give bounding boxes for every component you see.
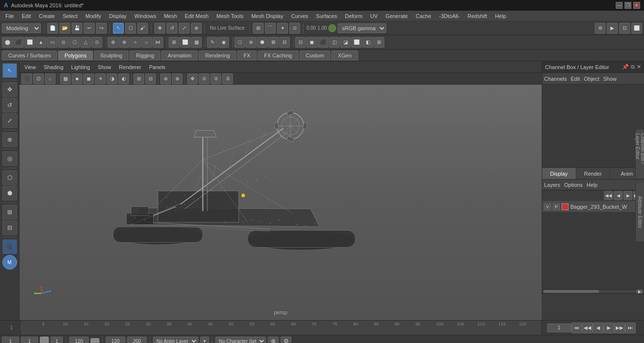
vp-mode2-button[interactable]: ② xyxy=(210,73,221,84)
le-help-menu[interactable]: Help xyxy=(587,182,598,188)
textured-button[interactable]: ⬛ xyxy=(318,37,328,48)
attribute-editor-tab[interactable]: Attribute Editor xyxy=(635,183,644,241)
cb-channels-menu[interactable]: Channels xyxy=(544,76,567,82)
tab-fx[interactable]: FX xyxy=(237,51,257,60)
anim-end-field[interactable] xyxy=(106,337,125,343)
viewport-canvas[interactable]: persp xyxy=(19,85,542,320)
extrude-button[interactable]: ⟥ xyxy=(141,37,152,48)
vp-wire-button[interactable]: ▦ xyxy=(60,73,71,84)
deform5-button[interactable]: ⊟ xyxy=(279,37,290,48)
pipe-button[interactable]: ⊙ xyxy=(92,37,102,48)
tab-curves-surfaces[interactable]: Curves / Surfaces xyxy=(2,51,57,60)
rotate-tool-left[interactable]: ↺ xyxy=(2,98,17,112)
minimize-button[interactable]: — xyxy=(616,2,623,9)
menu-edit[interactable]: Edit xyxy=(19,12,35,20)
scale-tool-button[interactable]: ⤢ xyxy=(179,23,189,34)
layer-visible-toggle[interactable]: V xyxy=(544,203,551,210)
undo-button[interactable]: ↩ xyxy=(84,23,95,34)
menu-redshift[interactable]: Redshift xyxy=(464,12,491,20)
lasso-left[interactable]: ⬡ xyxy=(2,170,17,185)
viewport-lighting-menu[interactable]: Lighting xyxy=(69,63,92,71)
render-settings-button[interactable]: ⚙ xyxy=(595,23,606,34)
close-button[interactable]: ✕ xyxy=(633,2,640,9)
vp-isolate-button[interactable]: ⊛ xyxy=(160,73,171,84)
camera-left[interactable]: 🎥 xyxy=(2,239,17,254)
vp-camera-button[interactable]: 🎥 xyxy=(21,73,32,84)
deform2-button[interactable]: ⊛ xyxy=(246,37,256,48)
tab-animation[interactable]: Animation xyxy=(161,51,198,60)
vp-default-light-button[interactable]: ◑ xyxy=(107,73,117,84)
rotate-tool-button[interactable]: ↺ xyxy=(167,23,177,34)
sculpt-button[interactable]: ◉ xyxy=(218,37,229,48)
vp-all-lights-button[interactable]: ☀ xyxy=(95,73,106,84)
le-layers-menu[interactable]: Layers xyxy=(544,182,560,188)
panel-float-button[interactable]: ⧉ xyxy=(631,64,635,70)
timeline-go-start[interactable]: ⏮ xyxy=(571,323,582,333)
smooth-button[interactable]: ≈ xyxy=(130,37,141,48)
le-tab-display[interactable]: Display xyxy=(542,168,576,179)
universal-tool-button[interactable]: ⊕ xyxy=(191,23,202,34)
menu-create[interactable]: Create xyxy=(36,12,58,20)
paint-tool-button[interactable]: ✎ xyxy=(207,37,218,48)
layer-color-swatch[interactable] xyxy=(562,203,568,210)
tab-sculpting[interactable]: Sculpting xyxy=(94,51,129,60)
le-arrow-2[interactable]: ◀ xyxy=(614,191,623,200)
cb-edit-menu[interactable]: Edit xyxy=(570,76,580,82)
deform1-button[interactable]: ⬡ xyxy=(234,37,245,48)
select-tool-left[interactable]: ↖ xyxy=(2,63,17,78)
tab-rendering[interactable]: Rendering xyxy=(199,51,236,60)
maximize-button[interactable]: ❐ xyxy=(625,2,631,9)
menu-mesh-display[interactable]: Mesh Display xyxy=(248,12,287,20)
gamma-selector[interactable]: sRGB gamma xyxy=(338,23,386,33)
menu-surfaces[interactable]: Surfaces xyxy=(313,12,341,20)
le-arrow-3[interactable]: ▶ xyxy=(624,191,632,200)
menu-deform[interactable]: Deform xyxy=(341,12,366,20)
char-set-settings[interactable]: ⚙ xyxy=(281,337,291,343)
anim-total-field[interactable] xyxy=(127,337,147,343)
menu-cache[interactable]: Cache xyxy=(412,12,435,20)
timeline-go-end[interactable]: ⏭ xyxy=(625,323,636,333)
vp-grid-button[interactable]: ⊞ xyxy=(133,73,144,84)
lasso-select-button[interactable]: ⬡ xyxy=(125,23,136,34)
new-scene-button[interactable]: 📄 xyxy=(47,23,58,34)
deform3-button[interactable]: ⬢ xyxy=(257,37,267,48)
torus-button[interactable]: ◎ xyxy=(58,37,69,48)
vp-shadow-button[interactable]: ◐ xyxy=(118,73,129,84)
menu-windows[interactable]: Windows xyxy=(131,12,160,20)
vp-mode3-button[interactable]: ③ xyxy=(222,73,233,84)
frame-scale-field[interactable] xyxy=(51,337,63,343)
le-arrow-1[interactable]: ◀◀ xyxy=(604,191,613,200)
timeline-play[interactable]: ▶ xyxy=(604,323,614,333)
scrollbar-thumb[interactable] xyxy=(543,290,599,293)
menu-generate[interactable]: Generate xyxy=(382,12,411,20)
snap-grid-button[interactable]: ⊞ xyxy=(253,23,264,34)
ipr-button[interactable]: ⊡ xyxy=(619,23,630,34)
channel-box-side-tab[interactable]: Channel Box / Layer Editor xyxy=(635,129,644,178)
menu-select[interactable]: Select xyxy=(59,12,81,20)
tab-rigging[interactable]: Rigging xyxy=(130,51,160,60)
anim-layer-selector[interactable]: No Anim Layer xyxy=(153,337,198,343)
timeline[interactable]: 1 5 10 15 20 25 30 35 40 45 50 55 60 65 … xyxy=(0,320,644,335)
timeline-next[interactable]: ▶▶ xyxy=(614,323,625,333)
vp-manip-button[interactable]: ✥ xyxy=(187,73,198,84)
anim-start-field[interactable] xyxy=(2,337,19,343)
xray-button[interactable]: ◫ xyxy=(329,37,340,48)
panel-pin-button[interactable]: 📌 xyxy=(622,64,629,70)
frame-end-edit-field[interactable] xyxy=(69,337,89,343)
uv-map-button[interactable]: ▦ xyxy=(191,37,202,48)
display-settings-button[interactable]: ⬜ xyxy=(631,23,642,34)
tab-fx-caching[interactable]: FX Caching xyxy=(258,51,298,60)
viewport-view-menu[interactable]: View xyxy=(22,63,38,71)
vp-hud-button[interactable]: ⊟ xyxy=(145,73,156,84)
viewport-panels-menu[interactable]: Panels xyxy=(147,63,168,71)
maya-logo-left[interactable]: M xyxy=(2,255,17,270)
menu-display[interactable]: Display xyxy=(106,12,130,20)
scale-tool-left[interactable]: ⤢ xyxy=(2,113,17,128)
cube-button[interactable]: ⬛ xyxy=(13,37,24,48)
menu-file[interactable]: File xyxy=(2,12,18,20)
menu-mesh-tools[interactable]: Mesh Tools xyxy=(213,12,246,20)
layer-scrollbar[interactable]: ▶ xyxy=(542,289,644,294)
vp-texture-button[interactable]: ◼ xyxy=(83,73,94,84)
pyramid-button[interactable]: △ xyxy=(80,37,91,48)
timeline-prev-key[interactable]: ◀◀ xyxy=(582,323,593,333)
